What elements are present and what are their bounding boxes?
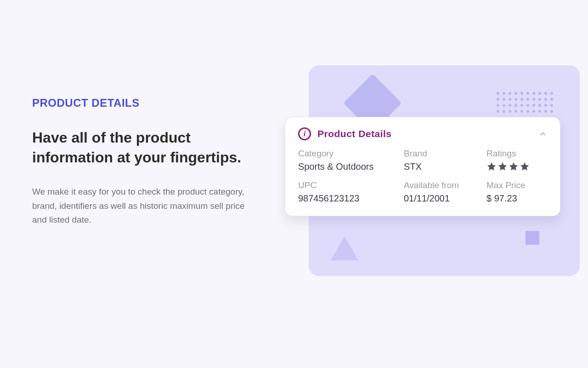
card-title: Product Details xyxy=(317,128,392,139)
field-available: Available from 01/11/2001 xyxy=(404,180,486,204)
field-label: Brand xyxy=(404,149,486,159)
square-shape xyxy=(526,231,539,245)
star-icon xyxy=(498,161,508,172)
field-ratings: Ratings xyxy=(486,149,547,172)
field-value: $ 97.23 xyxy=(486,193,547,204)
dot-grid xyxy=(497,92,553,113)
card-header[interactable]: i Product Details xyxy=(298,127,547,140)
field-label: Max Price xyxy=(486,180,547,190)
field-upc: UPC 987456123123 xyxy=(298,180,404,204)
section-headline: Have all of the product information at y… xyxy=(32,128,253,167)
section-body: We make it easy for you to check the pro… xyxy=(32,185,253,227)
field-value: STX xyxy=(404,161,486,172)
section-eyebrow: PRODUCT DETAILS xyxy=(32,97,253,109)
field-label: Ratings xyxy=(486,149,547,159)
field-label: UPC xyxy=(298,180,404,190)
star-icon xyxy=(486,161,497,172)
rating-stars xyxy=(486,161,547,172)
field-label: Available from xyxy=(404,180,486,190)
triangle-shape xyxy=(331,236,358,260)
field-maxprice: Max Price $ 97.23 xyxy=(486,180,547,204)
product-details-card: i Product Details Category Sports & Outd… xyxy=(285,117,560,216)
field-brand: Brand STX xyxy=(404,149,486,172)
field-value: Sports & Outdoors xyxy=(298,161,404,172)
chevron-up-icon[interactable] xyxy=(539,130,547,138)
star-icon xyxy=(509,161,519,172)
field-category: Category Sports & Outdoors xyxy=(298,149,404,172)
field-value: 01/11/2001 xyxy=(404,193,486,204)
field-label: Category xyxy=(298,149,404,159)
field-value: 987456123123 xyxy=(298,193,404,204)
info-icon: i xyxy=(298,127,311,140)
star-icon xyxy=(520,161,530,172)
